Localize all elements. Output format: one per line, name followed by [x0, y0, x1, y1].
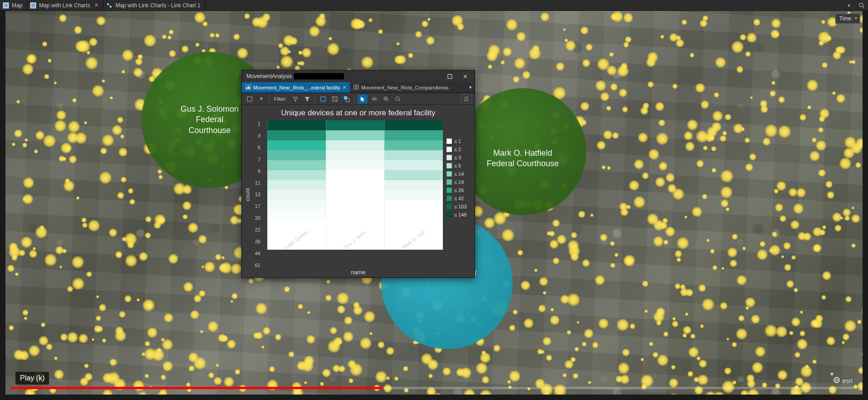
legend-swatch	[446, 212, 452, 217]
heatmap-cell[interactable]	[326, 160, 384, 170]
y-axis-ticks: 135791113172022264461	[251, 120, 262, 269]
heatmap-cell[interactable]	[384, 170, 443, 180]
y-tick: 22	[251, 227, 260, 232]
legend-item[interactable]: ≤ 1	[446, 138, 472, 144]
panel-titlebar[interactable]: MovementAnalysis ✕	[242, 70, 475, 82]
select-icon[interactable]	[318, 94, 328, 104]
legend-item[interactable]: ≤ 26	[446, 188, 472, 193]
heatmap-cell[interactable]	[326, 200, 384, 210]
pan-icon[interactable]	[369, 94, 379, 104]
legend-item[interactable]: ≤ 5	[446, 163, 472, 168]
heatmap-cell[interactable]	[384, 180, 443, 190]
zoom-in-icon[interactable]	[381, 94, 391, 104]
legend-item[interactable]: ≤ 14	[446, 171, 472, 177]
chevron-down-icon[interactable]: ▾	[256, 94, 266, 104]
y-tick: 13	[251, 192, 260, 197]
maximize-button[interactable]	[442, 71, 457, 82]
heatmap-cell[interactable]	[267, 150, 326, 160]
heatmap-cell[interactable]	[267, 170, 326, 180]
legend-label: ≤ 1	[454, 138, 461, 144]
video-progress-bar[interactable]	[11, 387, 857, 389]
tab-label: Map with Link Charts - Link Chart 1	[115, 2, 200, 9]
panel-tab-active[interactable]: Movement_Near_Riots_...ederal facility ✕	[242, 82, 350, 93]
chart-panel: MovementAnalysis ✕ Movement_Near_Riots_.…	[241, 70, 475, 278]
link-chart-icon	[106, 2, 113, 9]
tab-link-chart-1[interactable]: Map with Link Charts - Link Chart 1	[103, 0, 205, 10]
svg-point-5	[859, 3, 863, 7]
panel-toolbar: ▾ Filter:	[242, 93, 475, 105]
legend-item[interactable]: ≤ 19	[446, 179, 472, 185]
map-view[interactable]: Gus J. Solomon Federal Courthouse Mark O…	[5, 11, 863, 395]
tab-overflow-menu[interactable]: ▾	[843, 0, 855, 10]
chart-icon	[245, 84, 251, 91]
switch-selection-icon[interactable]	[342, 94, 352, 104]
heatmap-cell[interactable]	[384, 190, 443, 200]
new-chart-icon[interactable]	[245, 94, 255, 104]
tab-map-link-charts[interactable]: Map with Link Charts ✕	[27, 0, 103, 10]
heatmap-cell[interactable]	[326, 170, 384, 180]
legend-label: ≤ 103	[454, 204, 466, 209]
heatmap-cell[interactable]	[267, 130, 326, 140]
heatmap-cell[interactable]	[267, 180, 326, 190]
tab-map[interactable]: Map	[0, 0, 27, 10]
heatmap-cell[interactable]	[384, 120, 443, 130]
svg-rect-17	[321, 97, 325, 101]
heatmap-cell[interactable]	[326, 150, 384, 160]
properties-icon[interactable]	[461, 94, 472, 104]
tab-label: Map	[12, 2, 22, 9]
heatmap-cell[interactable]	[267, 140, 326, 150]
heatmap-cell[interactable]	[384, 160, 443, 170]
heatmap-cell[interactable]	[267, 190, 326, 200]
legend-swatch	[446, 188, 452, 193]
svg-rect-7	[448, 74, 452, 79]
y-tick: 9	[251, 168, 260, 174]
close-button[interactable]: ✕	[457, 71, 473, 82]
heatmap-cell[interactable]	[384, 130, 443, 140]
heatmap-cell[interactable]	[326, 180, 384, 190]
y-tick: 7	[251, 157, 260, 162]
legend-item[interactable]: ≤ 3	[446, 155, 472, 160]
pointer-icon[interactable]	[358, 94, 368, 104]
legend-item[interactable]: ≤ 148	[446, 212, 472, 217]
panel-tab-label: Movement_Near_Riots_...ederal facility	[253, 85, 340, 90]
close-icon[interactable]: ✕	[94, 2, 98, 8]
brand-watermark: esri	[834, 377, 853, 385]
panel-tab-menu[interactable]: ▾	[466, 82, 475, 93]
panel-tab-label: Movement_Near_Riots_CompareAreas	[361, 85, 449, 90]
svg-rect-11	[249, 87, 250, 89]
heatmap-cell[interactable]	[326, 120, 384, 130]
facility-label: Gus J. Solomon Federal Courthouse	[181, 104, 239, 136]
svg-point-26	[396, 97, 399, 100]
search-icon[interactable]	[855, 0, 868, 10]
clear-selection-icon[interactable]	[330, 94, 340, 104]
heatmap-cell[interactable]	[267, 200, 326, 210]
video-controls-overlay: Play (k) esri	[11, 375, 857, 389]
panel-tab-compare[interactable]: Movement_Near_Riots_CompareAreas	[350, 82, 452, 93]
legend-item[interactable]: ≤ 103	[446, 204, 472, 209]
heatmap-cell[interactable]	[267, 120, 326, 130]
map-icon	[30, 2, 36, 9]
x-axis-ticks: Edith Green...Gus J. Solo...Mark O. Hat.…	[267, 250, 443, 269]
legend-item[interactable]: ≤ 42	[446, 196, 472, 201]
full-extent-icon[interactable]	[393, 94, 403, 104]
heatmap-cell[interactable]	[384, 200, 443, 210]
facility-circle-hatfield[interactable]: Mark O. Hatfield Federal Courthouse	[459, 88, 586, 215]
close-icon[interactable]: ✕	[343, 85, 346, 90]
heatmap-cell[interactable]	[326, 140, 384, 150]
heatmap-cell[interactable]	[384, 150, 443, 160]
filter-selection-icon[interactable]	[302, 94, 312, 104]
heatmap-cell[interactable]	[326, 130, 384, 140]
heatmap-cell[interactable]	[384, 140, 443, 150]
video-progress-played	[11, 387, 383, 389]
heatmap-cell[interactable]	[326, 190, 384, 200]
legend-label: ≤ 3	[454, 155, 461, 160]
filter-extent-icon[interactable]	[290, 94, 300, 104]
legend-item[interactable]: ≤ 2	[446, 147, 472, 152]
time-selector[interactable]: Time	[835, 14, 860, 24]
svg-rect-10	[248, 86, 249, 89]
tab-label: Map with Link Charts	[39, 2, 90, 9]
y-tick: 11	[251, 180, 260, 186]
filter-label: Filter:	[272, 96, 289, 102]
heatmap-cell[interactable]	[267, 160, 326, 170]
svg-rect-16	[247, 97, 252, 101]
